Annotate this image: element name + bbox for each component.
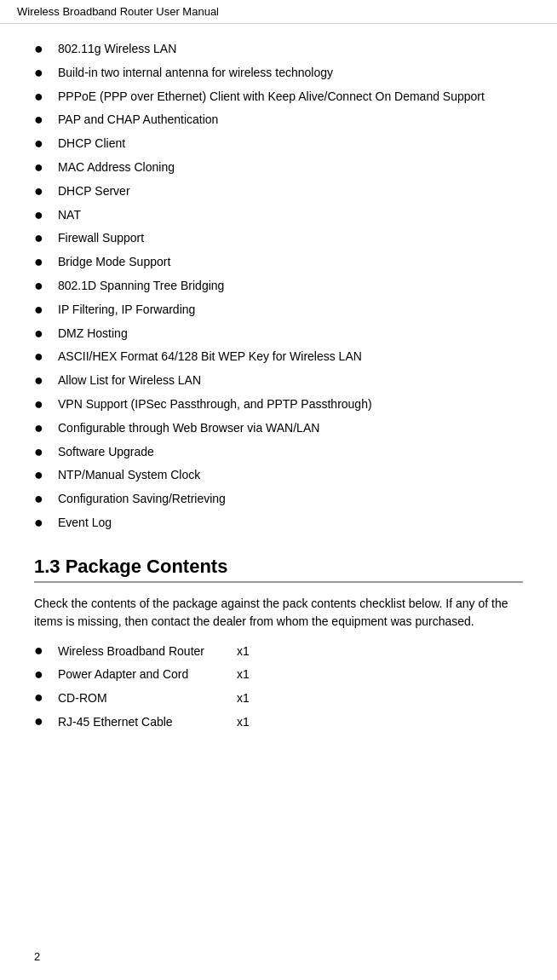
section-heading: 1.3 Package Contents (34, 556, 523, 583)
list-item: ●PPPoE (PPP over Ethernet) Client with K… (34, 89, 523, 106)
list-item-text: NAT (58, 207, 81, 224)
list-item: ●DHCP Client (34, 135, 523, 153)
list-item-text: 802.11g Wireless LAN (58, 41, 176, 58)
list-item: ●RJ-45 Ethernet Cablex1 (34, 713, 523, 730)
list-item: ●NAT (34, 207, 523, 224)
list-item-text: DMZ Hosting (58, 326, 128, 343)
list-item-text: PAP and CHAP Authentication (58, 112, 218, 129)
list-item: ●PAP and CHAP Authentication (34, 112, 523, 129)
list-item: ●Power Adapter and Cordx1 (34, 666, 523, 683)
list-item-text: 802.1D Spanning Tree Bridging (58, 278, 224, 295)
list-item-text: Configurable through Web Browser via WAN… (58, 420, 319, 437)
bullet-icon: ● (34, 159, 51, 176)
list-item-text: DHCP Client (58, 135, 125, 153)
list-item-text: NTP/Manual System Clock (58, 467, 200, 484)
bullet-icon: ● (34, 41, 51, 58)
list-item: ●802.11g Wireless LAN (34, 41, 523, 58)
list-item: ●NTP/Manual System Clock (34, 467, 523, 484)
bullet-icon: ● (34, 643, 51, 660)
list-item-text: MAC Address Cloning (58, 159, 175, 176)
package-item-name: Wireless Broadband Router (58, 644, 228, 658)
list-item: ●IP Filtering, IP Forwarding (34, 302, 523, 319)
page-header: Wireless Broadband Router User Manual (0, 0, 557, 24)
bullet-icon: ● (34, 89, 51, 106)
bullet-icon: ● (34, 230, 51, 247)
list-item-text: Software Upgrade (58, 444, 154, 461)
bullet-icon: ● (34, 65, 51, 82)
list-item: ●Bridge Mode Support (34, 254, 523, 271)
header-title: Wireless Broadband Router User Manual (17, 5, 219, 18)
bullet-icon: ● (34, 349, 51, 366)
package-item-name: CD-ROM (58, 691, 228, 705)
package-item-qty: x1 (237, 691, 250, 705)
list-item: ●Allow List for Wireless LAN (34, 372, 523, 389)
bullet-icon: ● (34, 420, 51, 437)
list-item: ●Software Upgrade (34, 444, 523, 461)
bullet-icon: ● (34, 372, 51, 389)
section-description: Check the contents of the package agains… (34, 595, 523, 631)
list-item-text: Firewall Support (58, 230, 144, 247)
bullet-icon: ● (34, 183, 51, 200)
list-item: ●MAC Address Cloning (34, 159, 523, 176)
list-item: ●Event Log (34, 515, 523, 532)
list-item: ●Configuration Saving/Retrieving (34, 491, 523, 508)
list-item-text: Allow List for Wireless LAN (58, 372, 201, 389)
package-item-name: RJ-45 Ethernet Cable (58, 715, 228, 729)
list-item: ●ASCII/HEX Format 64/128 Bit WEP Key for… (34, 349, 523, 366)
page-wrapper: Wireless Broadband Router User Manual ●8… (0, 0, 557, 980)
bullet-icon: ● (34, 207, 51, 224)
list-item-text: Build-in two internal antenna for wirele… (58, 65, 333, 82)
list-item: ●Wireless Broadband Routerx1 (34, 643, 523, 660)
bullet-icon: ● (34, 278, 51, 295)
list-item-text: Event Log (58, 515, 112, 532)
list-item-text: Configuration Saving/Retrieving (58, 491, 226, 508)
package-item-qty: x1 (237, 667, 250, 681)
package-item-qty: x1 (237, 644, 250, 658)
list-item: ●Build-in two internal antenna for wirel… (34, 65, 523, 82)
bullet-icon: ● (34, 515, 51, 532)
list-item-text: Bridge Mode Support (58, 254, 170, 271)
bullet-icon: ● (34, 491, 51, 508)
list-item: ●CD-ROMx1 (34, 689, 523, 706)
list-item: ●VPN Support (IPSec Passthrough, and PPT… (34, 396, 523, 413)
list-item-text: IP Filtering, IP Forwarding (58, 302, 195, 319)
bullet-icon: ● (34, 713, 51, 730)
list-item-text: PPPoE (PPP over Ethernet) Client with Ke… (58, 89, 485, 106)
list-item-text: DHCP Server (58, 183, 130, 200)
package-item-name: Power Adapter and Cord (58, 667, 228, 681)
bullet-icon: ● (34, 135, 51, 153)
bullet-icon: ● (34, 444, 51, 461)
list-item: ●DHCP Server (34, 183, 523, 200)
bullet-icon: ● (34, 302, 51, 319)
list-item: ●802.1D Spanning Tree Bridging (34, 278, 523, 295)
list-item-text: ASCII/HEX Format 64/128 Bit WEP Key for … (58, 349, 362, 366)
list-item: ●DMZ Hosting (34, 326, 523, 343)
bullet-icon: ● (34, 254, 51, 271)
bullet-icon: ● (34, 467, 51, 484)
bullet-icon: ● (34, 112, 51, 129)
page-content: ●802.11g Wireless LAN●Build-in two inter… (0, 24, 557, 763)
list-item: ●Configurable through Web Browser via WA… (34, 420, 523, 437)
list-item-text: VPN Support (IPSec Passthrough, and PPTP… (58, 396, 372, 413)
bullet-icon: ● (34, 326, 51, 343)
list-item: ●Firewall Support (34, 230, 523, 247)
page-number: 2 (34, 950, 40, 963)
package-list: ●Wireless Broadband Routerx1●Power Adapt… (34, 643, 523, 730)
feature-list: ●802.11g Wireless LAN●Build-in two inter… (34, 41, 523, 532)
package-item-qty: x1 (237, 715, 250, 729)
bullet-icon: ● (34, 689, 51, 706)
bullet-icon: ● (34, 396, 51, 413)
bullet-icon: ● (34, 666, 51, 683)
